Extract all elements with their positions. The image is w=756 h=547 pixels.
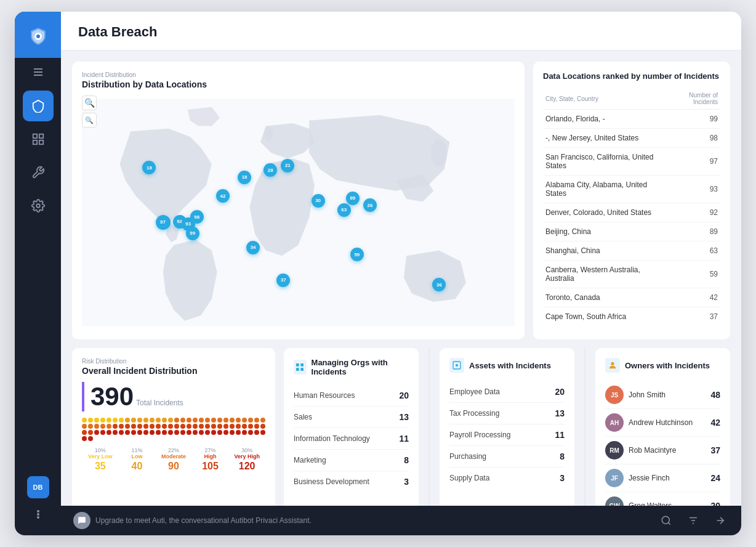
org-label: Business Development <box>294 477 369 486</box>
map-pin-99[interactable]: 99 <box>186 227 199 240</box>
svg-point-7 <box>36 204 40 208</box>
filter-button[interactable] <box>685 512 702 529</box>
asset-count: 3 <box>560 473 565 483</box>
page-header: Data Breach <box>61 12 741 51</box>
map-pin-63[interactable]: 63 <box>337 203 351 217</box>
location-name: Denver, Colorado, United States <box>543 203 665 222</box>
risk-pct: 27% <box>192 447 229 453</box>
asset-row: Purchasing8 <box>449 446 565 468</box>
asset-row: Employee Data20 <box>449 381 565 403</box>
location-row: Beijing, China89 <box>543 222 720 241</box>
risk-count: 35 <box>82 461 119 472</box>
location-name: Beijing, China <box>543 222 665 241</box>
search-button[interactable] <box>657 512 675 529</box>
location-count: 42 <box>665 288 720 307</box>
location-count: 63 <box>665 241 720 261</box>
zoom-out-button[interactable]: 🔍 <box>82 113 97 128</box>
location-count: 97 <box>665 148 720 176</box>
location-row: Toronto, Canada42 <box>543 288 720 307</box>
sidebar-item-tools[interactable] <box>23 157 54 188</box>
map-pin-34[interactable]: 34 <box>246 241 260 254</box>
chat-icon[interactable] <box>73 512 90 529</box>
location-count: 37 <box>665 307 720 326</box>
owner-count: 24 <box>710 473 720 483</box>
asset-count: 11 <box>555 430 565 440</box>
svg-point-13 <box>264 126 273 142</box>
map-pin-97[interactable]: 97 <box>156 215 171 230</box>
sidebar-dot-menu[interactable] <box>27 503 49 525</box>
location-name: Alabama City, Alabama, United States <box>543 176 665 203</box>
location-count: 59 <box>665 261 720 288</box>
location-name: Toronto, Canada <box>543 288 665 307</box>
location-row: Alabama City, Alabama, United States93 <box>543 176 720 203</box>
map-title: Distribution by Data Locations <box>82 79 515 89</box>
owner-count: 20 <box>710 501 720 506</box>
risk-count: 120 <box>228 461 265 472</box>
arrow-button[interactable] <box>712 512 729 529</box>
owner-avatar: GW <box>605 496 624 506</box>
map-pin-26[interactable]: 26 <box>363 198 377 212</box>
asset-label: Purchasing <box>449 452 486 461</box>
location-count: 93 <box>665 176 720 203</box>
zoom-in-button[interactable]: 🔍 <box>82 95 97 110</box>
sidebar-item-dashboard[interactable] <box>23 124 54 155</box>
app-logo[interactable] <box>15 12 61 58</box>
top-section: Incident Distribution Distribution by Da… <box>72 62 730 339</box>
map-pin-37[interactable]: 37 <box>276 274 290 287</box>
map-pin-30[interactable]: 30 <box>312 194 325 208</box>
map-pin-18b[interactable]: 18 <box>238 171 251 184</box>
risk-title: Overall Incident Distribution <box>82 366 265 376</box>
org-count: 11 <box>399 434 409 444</box>
risk-bars: 10% Very Low 35 11% Low 40 22% Moderate … <box>82 447 265 472</box>
divider2 <box>584 348 585 506</box>
risk-count: 90 <box>155 461 192 472</box>
bottom-section: Risk Distribution Overall Incident Distr… <box>72 348 730 506</box>
owner-name: Greg Walters <box>629 501 706 506</box>
menu-toggle[interactable] <box>15 58 61 86</box>
orgs-card: Managing Orgs with Incidents Human Resou… <box>284 348 419 506</box>
owner-name: John Smith <box>629 391 706 399</box>
org-label: Information Technology <box>294 434 370 443</box>
owner-count: 48 <box>710 390 720 400</box>
locations-title: Data Locations ranked by number of Incid… <box>543 71 720 81</box>
risk-count: 105 <box>192 461 229 472</box>
risk-label: Moderate <box>155 453 192 460</box>
owners-list: JS John Smith 48 AH Andrew Hutchinson 42… <box>605 381 720 506</box>
location-count: 99 <box>665 110 720 129</box>
owner-avatar: JS <box>605 386 624 404</box>
user-avatar-initials[interactable]: DB <box>27 476 49 498</box>
risk-pct: 22% <box>155 447 192 453</box>
owners-header: Owners with Incidents <box>605 358 720 373</box>
risk-card: Risk Distribution Overall Incident Distr… <box>72 348 275 506</box>
map-pin-89[interactable]: 89 <box>346 192 360 205</box>
map-subtitle: Incident Distribution <box>82 71 515 78</box>
map-card: Incident Distribution Distribution by Da… <box>72 62 525 339</box>
org-count: 8 <box>404 455 409 465</box>
svg-point-21 <box>662 516 669 524</box>
risk-pct: 30% <box>228 447 265 453</box>
map-pin-21[interactable]: 21 <box>281 159 294 172</box>
map-pin-59[interactable]: 59 <box>350 248 364 261</box>
svg-rect-5 <box>33 140 36 144</box>
location-name: San Francisco, California, United States <box>543 148 665 176</box>
svg-rect-3 <box>33 134 36 138</box>
risk-pct: 10% <box>82 447 119 453</box>
total-incidents: 390 Total Incidents <box>82 382 265 411</box>
sidebar-item-shield[interactable] <box>23 91 54 121</box>
risk-level-item: 22% Moderate 90 <box>155 447 192 472</box>
location-row: Canberra, Western Australia, Australia59 <box>543 261 720 288</box>
map-container[interactable]: 🔍 🔍 <box>82 95 515 330</box>
risk-level-item: 27% High 105 <box>192 447 229 472</box>
assets-list: Employee Data20Tax Processing13Payroll P… <box>449 381 565 488</box>
risk-label: Very Low <box>82 453 119 460</box>
chat-hint: Upgrade to meet Auti, the conversational… <box>73 512 312 529</box>
main-content: Data Breach Incident Distribution Distri… <box>61 12 741 535</box>
owner-count: 37 <box>710 445 720 455</box>
map-controls: 🔍 🔍 <box>82 95 97 128</box>
asset-count: 13 <box>555 408 565 418</box>
location-row: Denver, Colorado, United States92 <box>543 203 720 222</box>
map-pin-98[interactable]: 98 <box>190 210 204 224</box>
map-pin-42[interactable]: 42 <box>216 189 230 203</box>
svg-point-20 <box>611 362 614 365</box>
sidebar-item-settings[interactable] <box>23 190 54 221</box>
